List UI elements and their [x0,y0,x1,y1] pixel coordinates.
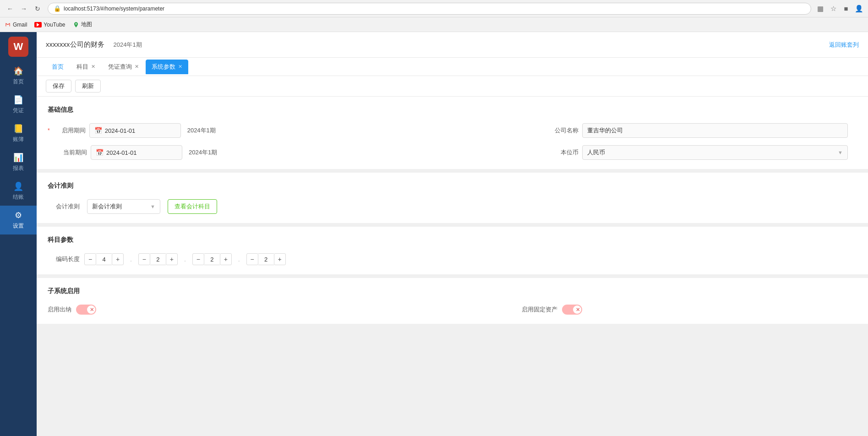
profile-icon[interactable]: 👤 [854,4,863,13]
bookmark-gmail-label: Gmail [13,22,27,28]
maps-icon [73,22,79,28]
tab-subjects[interactable]: 科目 ✕ [71,60,101,74]
company-name-value: 董吉华的公司 [587,126,623,135]
tab-voucher[interactable]: 凭证查询 ✕ [102,60,145,74]
enable-date-value: 2024-01-01 [105,127,136,134]
stepper-4-value: 2 [258,253,274,265]
sidebar-item-settings-label: 设置 [13,222,24,230]
tab-home[interactable]: 首页 [46,60,70,74]
star-icon[interactable]: ☆ [829,4,838,13]
stepper-2-minus[interactable]: − [138,253,150,265]
browser-bar: ← → ↻ 🔒 localhost:5173/#/home/system/par… [0,0,868,17]
sidebar: W 🏠 首页 📄 凭证 📒 账簿 📊 报表 👤 结账 ⚙ 设置 [0,32,37,436]
address-text: localhost:5173/#/home/system/parameter [64,5,164,12]
basic-info-section: 基础信息 * 启用期间 📅 2024-01-01 2024年1期 [37,97,868,169]
bookmark-maps[interactable]: 地图 [73,21,92,28]
cash-label: 启用出纳 [48,305,71,314]
toolbar: 保存 刷新 [37,76,868,97]
sidebar-item-ledger-label: 账簿 [13,136,24,143]
browser-nav-buttons: ← → ↻ [5,3,43,14]
cash-toggle[interactable]: ✕ [76,305,96,315]
settings-icon: ⚙ [15,210,22,220]
refresh-button[interactable]: 刷新 [75,80,101,93]
stepper-2-plus[interactable]: + [166,253,178,265]
currency-label: 本位币 [546,148,579,157]
subsystem-row: 启用出纳 ✕ 启用固定资产 ✕ [48,305,857,315]
subject-params-section: 科目参数 编码长度 − 4 + . − 2 + [37,227,868,274]
sidebar-item-voucher[interactable]: 📄 凭证 [0,90,37,119]
fixed-assets-label: 启用固定资产 [522,305,557,314]
currency-select[interactable]: 人民币 ▼ [582,145,848,160]
required-star: * [48,127,50,134]
back-button[interactable]: ← [5,3,16,14]
sidebar-item-home[interactable]: 🏠 首页 [0,61,37,90]
address-bar[interactable]: 🔒 localhost:5173/#/home/system/parameter [48,3,811,15]
currency-chevron: ▼ [838,150,843,155]
forward-button[interactable]: → [18,3,29,14]
stepper-1-value: 4 [96,253,112,265]
sidebar-item-home-label: 首页 [13,78,24,86]
sidebar-item-report-label: 报表 [13,164,24,172]
sidebar-item-ledger[interactable]: 📒 账簿 [0,119,37,148]
subsystems-section: 子系统启用 启用出纳 ✕ 启用固定资产 [37,278,868,324]
app-title: xxxxxxx公司的财务 [46,40,104,49]
calendar-icon: 📅 [94,127,102,134]
tab-voucher-close[interactable]: ✕ [135,64,139,70]
settle-icon: 👤 [13,181,23,191]
tab-bar: 首页 科目 ✕ 凭证查询 ✕ 系统参数 ✕ [37,58,868,76]
save-button[interactable]: 保存 [46,80,71,93]
ledger-icon: 📒 [13,124,23,134]
accounting-select[interactable]: 新会计准则 ▼ [87,199,160,214]
tab-params-close[interactable]: ✕ [178,64,182,70]
return-link[interactable]: 返回账套列 [829,41,859,49]
accounting-label: 会计准则 [48,202,80,211]
stepper-1-minus[interactable]: − [84,253,96,265]
reload-button[interactable]: ↻ [32,3,43,14]
bookmark-youtube[interactable]: YouTube [34,22,65,28]
bookmark-gmail[interactable]: Gmail [5,22,27,28]
stepper-4: − 2 + [246,253,286,265]
tab-params[interactable]: 系统参数 ✕ [146,60,188,74]
accounting-chevron: ▼ [150,204,155,209]
app-period: 2024年1期 [114,41,142,49]
current-date-input[interactable]: 📅 2024-01-01 [91,145,182,160]
sep-1: . [130,256,132,263]
current-period: 2024年1期 [189,148,217,157]
stepper-1-plus[interactable]: + [112,253,124,265]
code-length-label: 编码长度 [48,255,80,263]
code-length-row: 编码长度 − 4 + . − 2 + . [48,253,857,265]
enable-date-input[interactable]: 📅 2024-01-01 [89,123,181,138]
extension-icon[interactable]: ■ [841,4,851,13]
home-icon: 🏠 [13,66,23,76]
stepper-3: − 2 + [192,253,232,265]
report-icon: 📊 [13,153,23,163]
tab-subjects-close[interactable]: ✕ [91,64,95,70]
stepper-2-value: 2 [150,253,166,265]
tab-params-label: 系统参数 [152,63,175,71]
cash-toggle-x: ✕ [90,307,94,313]
sidebar-item-settle[interactable]: 👤 结账 [0,177,37,206]
company-name-input[interactable]: 董吉华的公司 [582,123,848,138]
voucher-icon: 📄 [13,95,23,105]
sidebar-logo: W [8,37,28,57]
stepper-3-plus[interactable]: + [220,253,232,265]
bookmark-maps-label: 地图 [81,21,92,28]
accounting-row: 会计准则 新会计准则 ▼ 查看会计科目 [48,199,857,214]
stepper-4-plus[interactable]: + [274,253,286,265]
cast-icon[interactable]: ▦ [816,4,825,13]
stepper-4-minus[interactable]: − [246,253,258,265]
sidebar-item-settle-label: 结账 [13,193,24,201]
view-subjects-button[interactable]: 查看会计科目 [168,199,217,214]
current-date-label: 当前期间 [55,148,87,157]
app-container: W 🏠 首页 📄 凭证 📒 账簿 📊 报表 👤 结账 ⚙ 设置 [0,32,868,436]
stepper-3-minus[interactable]: − [192,253,204,265]
page-body: 基础信息 * 启用期间 📅 2024-01-01 2024年1期 [37,97,868,436]
gmail-icon [5,22,11,28]
sep-2: . [184,256,186,263]
sidebar-item-report[interactable]: 📊 报表 [0,148,37,177]
main-content: xxxxxxx公司的财务 2024年1期 返回账套列 首页 科目 ✕ 凭证查询 … [37,32,868,436]
browser-icons: ▦ ☆ ■ 👤 [816,4,863,13]
sidebar-item-settings[interactable]: ⚙ 设置 [0,206,37,234]
fixed-assets-toggle[interactable]: ✕ [562,305,582,315]
currency-value: 人民币 [587,148,605,157]
